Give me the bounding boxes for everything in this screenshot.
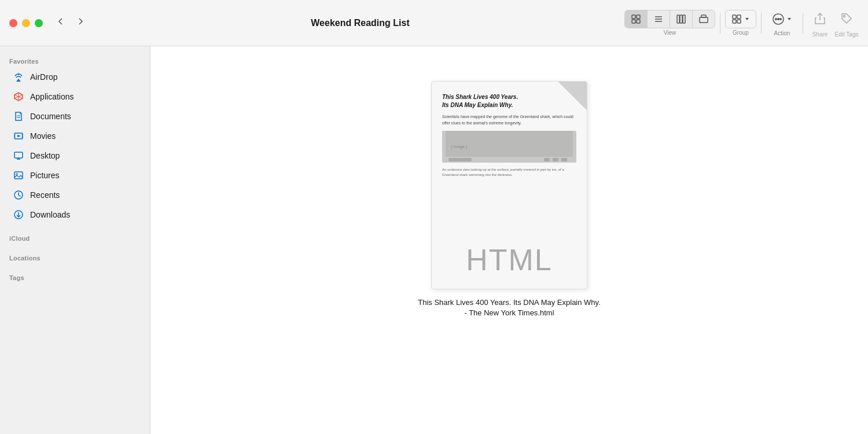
svg-rect-45 <box>544 158 550 161</box>
svg-point-20 <box>780 19 781 20</box>
sidebar-item-documents[interactable]: Documents <box>3 106 146 126</box>
svg-rect-10 <box>700 17 708 23</box>
svg-rect-14 <box>733 20 736 23</box>
sidebar-item-applications-label: Applications <box>30 92 74 101</box>
main-layout: Favorites AirDrop <box>0 46 868 434</box>
file-thumbnail-content: This Shark Lives 400 Years. Its DNA May … <box>432 82 587 237</box>
window-controls <box>9 19 43 27</box>
share-button[interactable] <box>808 9 832 30</box>
toolbar-right: View Group <box>624 9 859 38</box>
desktop-icon <box>13 150 24 161</box>
sidebar-item-desktop[interactable]: Desktop <box>3 146 146 165</box>
svg-point-22 <box>844 15 845 17</box>
svg-rect-8 <box>680 15 682 23</box>
group-section: Group <box>725 10 756 36</box>
article-body: Scientists have mapped the genome of the… <box>442 114 576 126</box>
icon-view-button[interactable] <box>625 10 648 28</box>
file-item[interactable]: This Shark Lives 400 Years. Its DNA May … <box>417 81 602 318</box>
sidebar-item-applications[interactable]: Applications <box>3 87 146 106</box>
documents-icon <box>13 111 24 122</box>
sidebar-item-airdrop-label: AirDrop <box>30 72 57 82</box>
recents-icon <box>13 189 24 201</box>
article-caption: An undersea view looking up at the surfa… <box>442 167 576 178</box>
svg-point-19 <box>778 19 779 20</box>
action-button[interactable] <box>766 9 798 29</box>
svg-rect-46 <box>553 158 558 161</box>
separator-2 <box>761 13 762 34</box>
file-name: This Shark Lives 400 Years. Its DNA May … <box>417 297 602 318</box>
svg-rect-1 <box>637 15 640 19</box>
file-thumbnail: This Shark Lives 400 Years. Its DNA May … <box>431 81 587 289</box>
locations-header: Locations <box>0 250 150 264</box>
svg-rect-11 <box>701 15 706 17</box>
list-view-button[interactable] <box>648 10 670 28</box>
sidebar: Favorites AirDrop <box>0 46 150 434</box>
svg-marker-21 <box>788 18 791 20</box>
svg-rect-9 <box>683 15 685 23</box>
svg-rect-47 <box>561 158 567 161</box>
sidebar-item-airdrop[interactable]: AirDrop <box>3 67 146 87</box>
group-button[interactable] <box>725 10 756 28</box>
nav-arrows <box>52 14 89 32</box>
svg-rect-35 <box>14 172 23 179</box>
svg-rect-12 <box>733 15 736 19</box>
gallery-view-button[interactable] <box>693 10 715 28</box>
action-label: Action <box>774 30 790 36</box>
file-type-label: HTML <box>432 237 587 289</box>
edit-tags-label: Edit Tags <box>835 31 859 38</box>
window-title: Weekend Reading List <box>96 18 624 28</box>
sidebar-item-recents-label: Recents <box>30 190 60 200</box>
airdrop-icon <box>13 71 24 83</box>
minimize-button[interactable] <box>22 19 30 27</box>
svg-rect-0 <box>632 15 635 19</box>
sidebar-item-downloads-label: Downloads <box>30 210 70 219</box>
share-label: Share <box>812 31 828 38</box>
article-title: This Shark Lives 400 Years. Its DNA May … <box>442 93 576 109</box>
svg-marker-27 <box>17 135 21 137</box>
separator-1 <box>720 13 720 34</box>
sidebar-item-movies-label: Movies <box>30 131 56 141</box>
sidebar-item-desktop-label: Desktop <box>30 151 60 160</box>
pictures-icon <box>13 170 24 181</box>
svg-rect-32 <box>14 152 23 158</box>
view-btn-group <box>624 10 715 28</box>
view-label: View <box>664 30 676 36</box>
maximize-button[interactable] <box>35 19 43 27</box>
svg-point-18 <box>775 19 777 20</box>
svg-rect-2 <box>632 20 635 23</box>
forward-button[interactable] <box>72 14 89 32</box>
sidebar-item-pictures-label: Pictures <box>30 171 60 180</box>
sidebar-item-pictures[interactable]: Pictures <box>3 165 146 185</box>
edit-tags-section: Edit Tags <box>834 9 859 38</box>
sidebar-item-recents[interactable]: Recents <box>3 185 146 205</box>
svg-point-36 <box>16 174 18 175</box>
column-view-button[interactable] <box>670 10 693 28</box>
article-image: [ image ] <box>442 131 576 163</box>
edit-tags-button[interactable] <box>834 9 859 30</box>
svg-rect-13 <box>737 15 741 19</box>
sidebar-item-movies[interactable]: Movies <box>3 126 146 146</box>
close-button[interactable] <box>9 19 17 27</box>
svg-rect-15 <box>737 20 741 23</box>
content-area: This Shark Lives 400 Years. Its DNA May … <box>150 46 868 434</box>
svg-rect-7 <box>677 15 679 23</box>
downloads-icon <box>13 209 24 220</box>
movies-icon <box>13 130 24 142</box>
group-label: Group <box>733 30 749 36</box>
svg-point-23 <box>18 73 20 75</box>
back-button[interactable] <box>52 14 69 32</box>
icloud-header: iCloud <box>0 230 150 244</box>
svg-text:[ image ]: [ image ] <box>451 145 467 149</box>
svg-rect-3 <box>637 20 640 23</box>
title-bar: Weekend Reading List <box>0 0 868 46</box>
sidebar-item-downloads[interactable]: Downloads <box>3 205 146 225</box>
action-section: Action <box>766 9 798 36</box>
separator-3 <box>803 13 803 34</box>
tags-header: Tags <box>0 270 150 284</box>
applications-icon <box>13 91 24 102</box>
svg-marker-16 <box>745 18 749 20</box>
view-section: View <box>624 10 715 36</box>
svg-rect-44 <box>448 158 472 161</box>
favorites-header: Favorites <box>0 53 150 67</box>
sidebar-item-documents-label: Documents <box>30 112 71 121</box>
